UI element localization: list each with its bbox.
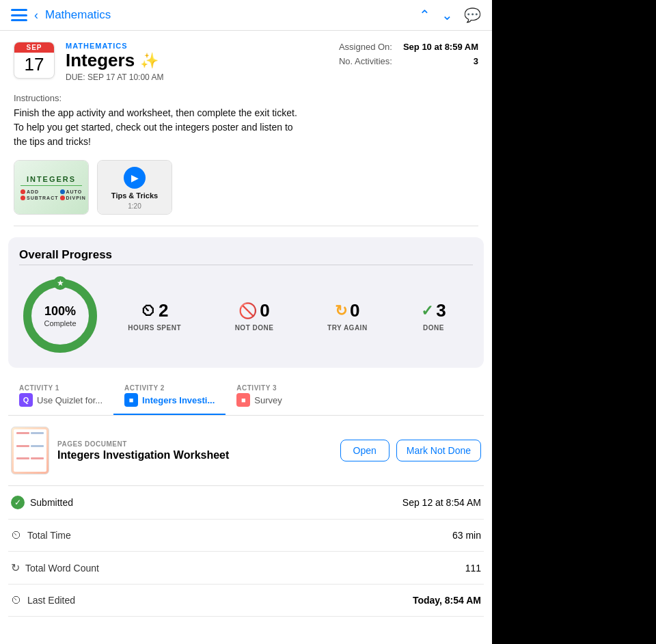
status-rows: ✓ Submitted Sep 12 at 8:54 AM ⏲ Total Ti… bbox=[8, 485, 484, 617]
assignment-info: MATHEMATICS Integers ✨ DUE: SEP 17 AT 10… bbox=[66, 42, 328, 82]
assignment-header: SEP 17 MATHEMATICS Integers ✨ DUE: SEP 1… bbox=[0, 31, 492, 93]
calendar-icon: SEP 17 bbox=[14, 42, 55, 79]
stat-try-again-value: 0 bbox=[350, 300, 359, 321]
assigned-on-label: Assigned On: bbox=[339, 42, 392, 52]
no-activities-value: 3 bbox=[474, 56, 478, 66]
tab-1-icon: Q bbox=[19, 393, 33, 407]
tab-activity-3[interactable]: ACTIVITY 3 ■ Survey bbox=[226, 379, 314, 415]
submitted-label: Submitted bbox=[30, 497, 73, 508]
instructions-section: Instructions: Finish the app activity an… bbox=[0, 93, 492, 160]
right-panel bbox=[492, 0, 656, 644]
word-count-value: 111 bbox=[465, 563, 481, 574]
attachment-poster[interactable]: INTEGERS ADD AUTO SUBTRACT DIVPIN bbox=[14, 160, 89, 215]
last-edited-left: ⏲ Last Edited bbox=[11, 594, 75, 606]
submitted-row: ✓ Submitted Sep 12 at 8:54 AM bbox=[8, 486, 484, 520]
document-card: PAGES DOCUMENT Integers Investigation Wo… bbox=[8, 427, 484, 485]
tab-activity-2[interactable]: ACTIVITY 2 ■ Integers Investi... bbox=[113, 379, 226, 415]
title-text: Integers bbox=[66, 50, 135, 71]
stat-hours-value: 2 bbox=[159, 300, 168, 321]
activity-tabs: ACTIVITY 1 Q Use Quizlet for... ACTIVITY… bbox=[8, 379, 484, 416]
tab-2-icon: ■ bbox=[124, 393, 138, 407]
cal-day: 17 bbox=[14, 53, 54, 78]
progress-divider bbox=[19, 265, 473, 265]
donut-complete: Complete bbox=[44, 319, 76, 327]
main-panel: ‹ Mathematics ⌃ ⌄ 💬 SEP 17 MATHEMATICS I… bbox=[0, 0, 492, 644]
due-date: DUE: SEP 17 AT 10:00 AM bbox=[66, 72, 328, 82]
video-title: Tips & Tricks bbox=[111, 191, 158, 200]
sparkle-icon: ✨ bbox=[140, 52, 159, 70]
instructions-label: Instructions: bbox=[14, 93, 478, 103]
open-button[interactable]: Open bbox=[340, 440, 390, 461]
progress-title: Overall Progress bbox=[19, 248, 473, 262]
activity-content: PAGES DOCUMENT Integers Investigation Wo… bbox=[8, 416, 484, 617]
time-icon: ⏲ bbox=[11, 529, 22, 541]
stat-hours-label: HOURS SPENT bbox=[128, 324, 181, 332]
tab-3-title: Survey bbox=[254, 395, 282, 405]
nav-left: ‹ Mathematics bbox=[11, 8, 111, 23]
assigned-on-value: Sep 10 at 8:59 AM bbox=[403, 42, 478, 52]
submitted-left: ✓ Submitted bbox=[11, 496, 73, 509]
video-duration: 1:20 bbox=[128, 202, 141, 210]
tab-3-icon: ■ bbox=[236, 393, 250, 407]
meta-assigned-row: Assigned On: Sep 10 at 8:59 AM bbox=[339, 42, 478, 52]
total-time-row: ⏲ Total Time 63 min bbox=[8, 520, 484, 552]
stat-not-done-label: NOT DONE bbox=[235, 324, 274, 332]
mark-not-done-button[interactable]: Mark Not Done bbox=[396, 440, 481, 461]
assignment-meta: Assigned On: Sep 10 at 8:59 AM No. Activ… bbox=[339, 42, 478, 70]
chevron-down-icon[interactable]: ⌄ bbox=[441, 7, 453, 23]
tab-1-content: Q Use Quizlet for... bbox=[19, 393, 102, 407]
activities-section: ACTIVITY 1 Q Use Quizlet for... ACTIVITY… bbox=[8, 379, 484, 617]
svg-text:★: ★ bbox=[57, 278, 64, 288]
cal-month: SEP bbox=[14, 42, 54, 53]
last-edited-value: Today, 8:54 AM bbox=[413, 595, 481, 606]
back-label[interactable]: Mathematics bbox=[45, 8, 111, 22]
video-content: ▶ Tips & Tricks 1:20 bbox=[98, 161, 172, 215]
meta-activities-row: No. Activities: 3 bbox=[339, 56, 478, 66]
submitted-date: Sep 12 at 8:54 AM bbox=[402, 497, 481, 508]
chevron-up-icon[interactable]: ⌃ bbox=[419, 7, 430, 23]
tab-2-num: ACTIVITY 2 bbox=[124, 384, 215, 392]
submitted-check-icon: ✓ bbox=[11, 496, 25, 509]
chat-icon[interactable]: 💬 bbox=[464, 7, 481, 23]
tab-2-content: ■ Integers Investi... bbox=[124, 393, 215, 407]
stat-hours: ⏲ 2 HOURS SPENT bbox=[128, 300, 181, 332]
tab-1-title: Use Quizlet for... bbox=[37, 395, 102, 405]
progress-section: Overall Progress ★ 100% Complete bbox=[8, 237, 484, 368]
stat-try-again: ↻ 0 TRY AGAIN bbox=[327, 300, 368, 332]
tab-activity-1[interactable]: ACTIVITY 1 Q Use Quizlet for... bbox=[8, 379, 113, 415]
last-edited-row: ⏲ Last Edited Today, 8:54 AM bbox=[8, 585, 484, 617]
donut-chart: ★ 100% Complete bbox=[19, 275, 101, 357]
doc-type: PAGES DOCUMENT bbox=[57, 440, 332, 448]
donut-label: 100% Complete bbox=[44, 304, 76, 328]
word-count-icon: ↻ bbox=[11, 561, 20, 574]
sidebar-toggle[interactable] bbox=[11, 9, 27, 21]
back-arrow-icon[interactable]: ‹ bbox=[34, 8, 38, 23]
nav-right: ⌃ ⌄ 💬 bbox=[419, 7, 481, 23]
doc-info: PAGES DOCUMENT Integers Investigation Wo… bbox=[57, 440, 332, 461]
stat-try-again-label: TRY AGAIN bbox=[327, 324, 368, 332]
stat-done-value: 3 bbox=[436, 300, 446, 321]
tab-3-content: ■ Survey bbox=[236, 393, 303, 407]
done-checkmark-icon: ✓ bbox=[421, 302, 433, 320]
try-again-icon: ↻ bbox=[335, 302, 347, 320]
play-button-icon: ▶ bbox=[124, 167, 146, 189]
attachment-video[interactable]: ▶ Tips & Tricks 1:20 bbox=[97, 160, 172, 215]
stat-not-done: 🚫 0 NOT DONE bbox=[235, 300, 274, 332]
clock-icon: ⏲ bbox=[141, 302, 156, 320]
doc-thumbnail bbox=[11, 427, 49, 474]
not-done-icon: 🚫 bbox=[238, 302, 257, 320]
attachments: INTEGERS ADD AUTO SUBTRACT DIVPIN bbox=[0, 160, 492, 226]
total-time-value: 63 min bbox=[452, 530, 481, 541]
doc-name: Integers Investigation Worksheet bbox=[57, 449, 332, 461]
subject-label: MATHEMATICS bbox=[66, 42, 328, 50]
instructions-text: Finish the app activity and worksheet, t… bbox=[14, 106, 478, 149]
last-edited-icon: ⏲ bbox=[11, 594, 22, 606]
stat-done: ✓ 3 DONE bbox=[421, 300, 446, 332]
doc-actions: Open Mark Not Done bbox=[340, 440, 481, 461]
stats-grid: ⏲ 2 HOURS SPENT 🚫 0 NOT DONE ↻ 0 bbox=[101, 300, 473, 332]
tab-3-num: ACTIVITY 3 bbox=[236, 384, 303, 392]
stat-not-done-value: 0 bbox=[260, 300, 269, 321]
progress-stats: ★ 100% Complete ⏲ 2 HOURS SPENT � bbox=[19, 275, 473, 357]
top-nav: ‹ Mathematics ⌃ ⌄ 💬 bbox=[0, 0, 492, 31]
assignment-title: Integers ✨ bbox=[66, 50, 328, 71]
